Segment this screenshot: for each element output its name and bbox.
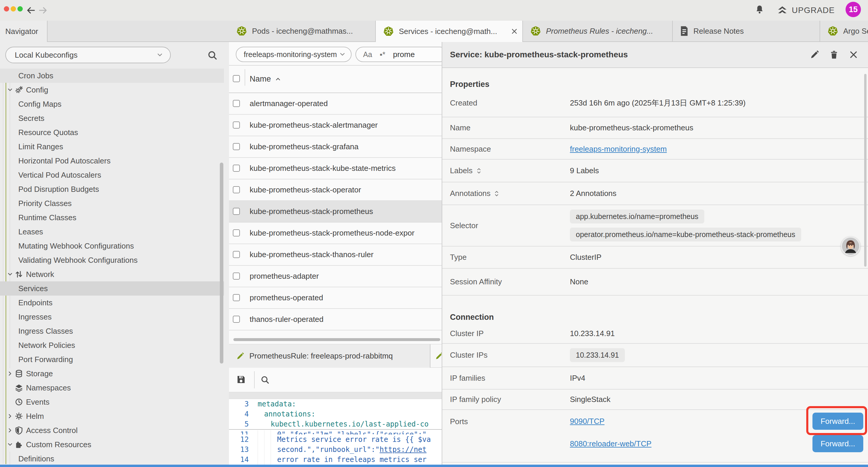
table-row-kube-prometheus-stack-prometheus-node-expor[interactable]: kube-prometheus-stack-prometheus-node-ex… (229, 223, 442, 244)
window-title-bar: UPGRADE 15 (0, 0, 868, 21)
sidebar-item-mutating-webhook-configurations[interactable]: Mutating Webhook Configurations (0, 239, 224, 253)
sidebar-item-ingresses[interactable]: Ingresses (0, 310, 224, 324)
sort-ascending-icon[interactable] (275, 76, 281, 82)
sidebar-item-port-forwarding[interactable]: Port Forwarding (0, 352, 224, 367)
filter-search-input[interactable]: Aa ▪* prome (355, 47, 442, 62)
sidebar-item-priority-classes[interactable]: Priority Classes (0, 196, 224, 210)
type-value: ClusterIP (570, 253, 601, 262)
match-case-icon[interactable]: Aa (363, 50, 372, 59)
sidebar-item-pod-disruption-budgets[interactable]: Pod Disruption Budgets (0, 182, 224, 196)
sidebar-item-access-control[interactable]: Access Control (0, 423, 224, 437)
upgrade-icon[interactable] (777, 5, 788, 16)
row-checkbox[interactable] (233, 272, 240, 280)
close-panel-icon[interactable] (849, 50, 858, 59)
table-row-kube-prometheus-stack-operator[interactable]: kube-prometheus-stack-operator (229, 179, 442, 201)
sidebar-item-definitions[interactable]: Definitions (0, 451, 224, 465)
regex-icon[interactable]: ▪* (380, 50, 385, 59)
forward-button-8080[interactable]: Forward... (812, 435, 863, 452)
row-checkbox[interactable] (233, 316, 240, 323)
tab-pods[interactable]: Pods - icecheng@mathmas... (229, 21, 376, 42)
sidebar-item-events[interactable]: Events (0, 395, 224, 409)
row-checkbox[interactable] (233, 208, 240, 215)
save-icon[interactable] (236, 375, 246, 384)
editor-search-icon[interactable] (260, 375, 270, 384)
sidebar-scrollbar[interactable] (220, 163, 223, 363)
sidebar-item-limit-ranges[interactable]: Limit Ranges (0, 140, 224, 154)
sidebar-item-config[interactable]: Config (0, 83, 224, 97)
row-checkbox[interactable] (233, 143, 240, 150)
editor-indent-guide (271, 430, 271, 465)
row-checkbox[interactable] (233, 294, 240, 301)
search-icon[interactable] (208, 50, 217, 60)
table-row-thanos-ruler-operated[interactable]: thanos-ruler-operated (229, 309, 442, 330)
table-row-alertmanager-operated[interactable]: alertmanager-operated (229, 93, 442, 115)
select-all-checkbox[interactable] (233, 75, 240, 82)
namespace-link[interactable]: freeleaps-monitoring-system (570, 145, 667, 154)
back-arrow-icon[interactable] (26, 5, 36, 16)
table-row-kube-prometheus-stack-prometheus[interactable]: kube-prometheus-stack-prometheus (229, 201, 442, 223)
name-column-header[interactable]: Name (250, 75, 271, 84)
sidebar-item-cron-jobs[interactable]: Cron Jobs (0, 68, 224, 83)
table-row-prometheus-operated[interactable]: prometheus-operated (229, 287, 442, 309)
sidebar-item-storage[interactable]: Storage (0, 367, 224, 381)
forward-arrow-icon[interactable] (38, 5, 48, 16)
row-checkbox[interactable] (233, 186, 240, 193)
row-checkbox[interactable] (233, 251, 240, 258)
sidebar-item-config-maps[interactable]: Config Maps (0, 97, 224, 111)
sidebar-item-namespaces[interactable]: Namespaces (0, 381, 224, 395)
tab-navigator[interactable]: Navigator (0, 21, 48, 42)
editor-tab-prometheusrule[interactable]: PrometheusRule: freeleaps-prod-rabbitmq (229, 344, 430, 368)
row-checkbox[interactable] (233, 100, 240, 107)
url-link[interactable]: https://net (380, 445, 427, 454)
sidebar-item-vertical-pod-autoscalers[interactable]: Vertical Pod Autoscalers (0, 168, 224, 182)
sidebar-item-horizontal-pod-autoscalers[interactable]: Horizontal Pod Autoscalers (0, 154, 224, 168)
sidebar-item-endpoints[interactable]: Endpoints (0, 296, 224, 310)
port-link-9090[interactable]: 9090/TCP (570, 417, 604, 426)
sidebar-item-ingress-classes[interactable]: Ingress Classes (0, 324, 224, 338)
sidebar-item-network[interactable]: Network (0, 267, 224, 282)
row-checkbox[interactable] (233, 165, 240, 172)
table-row-kube-prometheus-stack-alertmanager[interactable]: kube-prometheus-stack-alertmanager (229, 115, 442, 136)
account-badge[interactable]: 15 (845, 2, 861, 17)
sidebar-item-secrets[interactable]: Secrets (0, 111, 224, 125)
user-avatar[interactable] (841, 236, 860, 256)
table-row-kube-prometheus-stack-thanos-ruler[interactable]: kube-prometheus-stack-thanos-ruler (229, 244, 442, 266)
zoom-window-button[interactable] (18, 6, 23, 11)
puzzle-icon (15, 440, 23, 449)
upgrade-label[interactable]: UPGRADE (792, 6, 835, 15)
namespace-select[interactable]: freeleaps-monitoring-system (236, 47, 351, 62)
sidebar-item-network-policies[interactable]: Network Policies (0, 338, 224, 352)
tab-argo[interactable]: Argo Se (820, 21, 868, 42)
sidebar-item-runtime-classes[interactable]: Runtime Classes (0, 210, 224, 225)
port-link-8080[interactable]: 8080:reloader-web/TCP (570, 439, 651, 448)
kubeconfig-select[interactable]: Local Kubeconfigs (5, 47, 171, 63)
editor-tab-partial[interactable] (431, 344, 442, 368)
close-window-button[interactable] (4, 6, 9, 11)
row-checkbox[interactable] (233, 121, 240, 128)
sidebar-item-helm[interactable]: Helm (0, 409, 224, 423)
table-horizontal-scrollbar[interactable] (234, 338, 440, 341)
sidebar-item-validating-webhook-configurations[interactable]: Validating Webhook Configurations (0, 253, 224, 267)
edit-service-icon[interactable] (810, 50, 819, 59)
expand-annotations-icon[interactable] (494, 190, 499, 197)
tab-prometheus-rules[interactable]: Prometheus Rules - icecheng... (523, 21, 673, 42)
tab-release-notes[interactable]: Release Notes (673, 21, 820, 42)
sidebar-item-resource-quotas[interactable]: Resource Quotas (0, 125, 224, 140)
expand-labels-icon[interactable] (476, 167, 482, 174)
minimize-window-button[interactable] (11, 6, 16, 11)
table-row-prometheus-adapter[interactable]: prometheus-adapter (229, 266, 442, 287)
delete-service-icon[interactable] (830, 50, 838, 59)
row-checkbox[interactable] (233, 229, 240, 236)
close-tab-icon[interactable] (511, 28, 518, 35)
tab-services[interactable]: Services - icecheng@math... (376, 21, 523, 42)
table-row-kube-prometheus-stack-kube-state-metrics[interactable]: kube-prometheus-stack-kube-state-metrics (229, 158, 442, 179)
sidebar-item-custom-resources[interactable]: Custom Resources (0, 437, 224, 451)
detail-scrollbar[interactable] (864, 74, 867, 267)
sidebar-item-services[interactable]: Services (0, 282, 224, 296)
yaml-editor[interactable]: 3metadata:4annotations:5kubectl.kubernet… (229, 399, 442, 465)
row-namespace: Namespace freeleaps-monitoring-system (442, 139, 868, 159)
notifications-bell-icon[interactable] (755, 4, 764, 15)
table-row-kube-prometheus-stack-grafana[interactable]: kube-prometheus-stack-grafana (229, 136, 442, 158)
sidebar-item-leases[interactable]: Leases (0, 225, 224, 239)
table-header[interactable]: Name (229, 66, 442, 93)
